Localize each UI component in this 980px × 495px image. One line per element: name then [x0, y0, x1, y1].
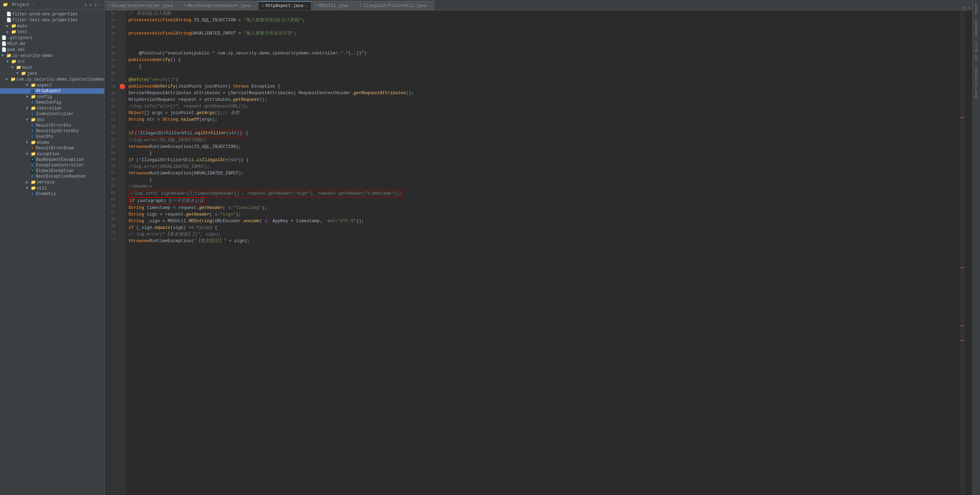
- right-tab-maven[interactable]: Maven: [974, 2, 979, 16]
- sidebar-item-httpaspect[interactable]: CHttpAspect: [0, 88, 104, 94]
- code-line-69[interactable]: if (_sign.equals(sign) == false) {: [129, 225, 969, 231]
- class-icon: C: [31, 175, 34, 179]
- code-line-66[interactable]: String timestamp = request.getHeader( s:…: [129, 205, 969, 211]
- sidebar-item-pomxml[interactable]: 📄pom.xml: [0, 47, 104, 53]
- code-line-56[interactable]: //log.error(IS_SQL_INJECTION);: [129, 137, 969, 144]
- code-content[interactable]: // 存在SQL注入风险 private static final String…: [126, 11, 972, 495]
- sidebar-item-exceptioncontroller[interactable]: CExceptionController: [0, 163, 104, 168]
- sidebar-item-java[interactable]: ▼ 📁java: [0, 70, 104, 76]
- tab-java-icon: C: [360, 4, 362, 8]
- code-line-48[interactable]: public void doVerify(JoinPoint joinPoint…: [129, 83, 969, 90]
- minimize-icon[interactable]: —: [99, 2, 102, 8]
- tab-java-icon: C: [315, 4, 317, 8]
- tree-item-label: enums: [37, 140, 49, 145]
- sidebar-item-main2[interactable]: ▼ 📁main: [0, 65, 104, 70]
- code-line-43[interactable]: @Pointcut("execution(public * com.zy.sec…: [129, 50, 969, 57]
- code-line-71[interactable]: throw new RuntimeException("【签名错误】" + si…: [129, 238, 969, 244]
- code-line-67[interactable]: String sign = request.getHeader( s: "sig…: [129, 211, 969, 218]
- code-line-45[interactable]: }: [129, 63, 969, 70]
- sidebar-item-package[interactable]: ▼ 📁com.zy.security.demo.zysecuritydemo: [0, 76, 104, 82]
- code-line-44[interactable]: public void verify() {: [129, 57, 969, 63]
- code-line-51[interactable]: //log.info("url={}", request.getRequestU…: [129, 103, 969, 110]
- tab-close-btn[interactable]: ✕: [429, 4, 431, 8]
- gutter-cell-37: [119, 11, 125, 17]
- code-line-60[interactable]: //log.error(UNVALIDATED_INPUT);: [129, 163, 969, 170]
- sidebar-item-resulterrordto[interactable]: CResultErrorDto: [0, 123, 104, 129]
- right-tab-bean-validation[interactable]: Bean Validation: [974, 64, 979, 100]
- sidebar-item-gitignore[interactable]: 📄.gitignore: [0, 35, 104, 41]
- sidebar-item-userdto[interactable]: CUserDto: [0, 134, 104, 140]
- folder-icon: ▼ 📁: [26, 117, 36, 122]
- code-line-49[interactable]: ServletRequestAttributes attributes = (S…: [129, 90, 969, 97]
- sidebar-item-democonfg[interactable]: CDemoConfig: [0, 100, 104, 105]
- code-line-65[interactable]: if (autograph) {//开启签名认证: [129, 197, 969, 205]
- exception-icon: +: [31, 158, 34, 162]
- sync-icon[interactable]: ⊕: [84, 2, 87, 8]
- code-line-54[interactable]: [129, 123, 969, 130]
- code-line-42[interactable]: [129, 44, 969, 50]
- code-line-70[interactable]: // log.error("【签名错误】{}", sign);: [129, 231, 969, 238]
- sidebar-item-zy-security-demo[interactable]: ▼ 📁zy-security-demo: [0, 53, 104, 59]
- code-line-58[interactable]: }: [129, 150, 969, 157]
- tab-close-btn[interactable]: ✕: [175, 4, 177, 8]
- sidebar-item-resultsyserrordto[interactable]: CResultSysErrorDto: [0, 129, 104, 134]
- sidebar-item-dto[interactable]: ▼ 📁dto: [0, 117, 104, 123]
- tab-rest-exception-handler[interactable]: CRestExceptionHandler.java✕: [181, 1, 259, 10]
- code-line-57[interactable]: throw new RuntimeException(IS_SQL_INJECT…: [129, 144, 969, 150]
- code-line-40[interactable]: private static final String UNVALIDATED_…: [129, 30, 969, 37]
- code-line-39[interactable]: [129, 24, 969, 30]
- code-line-38[interactable]: private static final String IS_SQL_INJEC…: [129, 17, 969, 24]
- tab-close-btn[interactable]: ✕: [305, 4, 307, 8]
- sidebar-item-globalexception[interactable]: +GlobalException: [0, 168, 104, 174]
- tab-illegalstrfilterutil[interactable]: CIllegalStrFilterUtil.java✕: [357, 1, 434, 10]
- sidebar-item-helpmd[interactable]: 📄HELP.md: [0, 41, 104, 47]
- sidebar-item-enums[interactable]: ▼ 📁enums: [0, 140, 104, 146]
- tree-item-label: GlobalException: [36, 168, 74, 173]
- tab-http-aspect[interactable]: CHttpAspect.java✕: [259, 1, 311, 10]
- sidebar-item-filter-test[interactable]: 📄filter-test-env.properties: [0, 17, 104, 23]
- gutter-cell-48[interactable]: 🔴: [119, 83, 125, 90]
- code-line-53[interactable]: String str = String.valueOf(args);: [129, 116, 969, 123]
- right-tab-ant-build[interactable]: Ant Build: [974, 40, 979, 63]
- minimap[interactable]: [961, 11, 965, 495]
- code-line-68[interactable]: String _sign = MD5Util.MD5string(URLEnco…: [129, 218, 969, 225]
- code-line-46[interactable]: [129, 70, 969, 77]
- line-number-57: 57: [105, 143, 117, 150]
- right-tab-database[interactable]: Database: [974, 17, 979, 38]
- sidebar-item-filter-prod[interactable]: 📄filter-prod-env.properties: [0, 11, 104, 17]
- code-line-41[interactable]: [129, 37, 969, 44]
- sidebar-item-controller[interactable]: ▼ 📁controller: [0, 105, 104, 111]
- sidebar-item-badrequestexception[interactable]: +BadRequestException: [0, 157, 104, 163]
- code-line-47[interactable]: @Before("verify()"): [129, 77, 969, 83]
- code-line-50[interactable]: HttpServletRequest request = attributes.…: [129, 97, 969, 103]
- collapse-icon[interactable]: ≑: [89, 2, 92, 8]
- code-line-61[interactable]: throw new RuntimeException(UNVALIDATED_I…: [129, 170, 969, 177]
- sidebar-item-exception[interactable]: ▼ 📁exception: [0, 151, 104, 157]
- sidebar-item-src[interactable]: ▼ 📁src: [0, 59, 104, 65]
- tab-exception-controller[interactable]: CExceptionController.java✕: [105, 1, 181, 10]
- sidebar-item-resulterrorenum[interactable]: EResultErrorEnum: [0, 146, 104, 151]
- code-line-37[interactable]: // 存在SQL注入风险: [129, 11, 969, 17]
- tab-md5util[interactable]: CMD5Util.java✕: [311, 1, 356, 10]
- tab-close-btn[interactable]: ✕: [253, 4, 255, 8]
- code-line-52[interactable]: Object[] args = joinPoint.getArgs();// 参…: [129, 110, 969, 116]
- tree-item-label: IndexController: [36, 112, 74, 116]
- code-line-55[interactable]: if (!IllegalStrFilterUtil.sqlStrFilter(s…: [129, 130, 969, 137]
- gutter-cell-63: [119, 183, 125, 189]
- sidebar-item-test[interactable]: ▶ 📁test: [0, 29, 104, 35]
- sidebar-item-config[interactable]: ▼ 📁config: [0, 94, 104, 100]
- gear-icon[interactable]: ⚙: [94, 2, 97, 8]
- code-line-59[interactable]: if (!IllegalStrFilterUtil.isIllegalStr(s…: [129, 157, 969, 163]
- sidebar-item-restexceptionhandler[interactable]: CRestExceptionHandler: [0, 174, 104, 179]
- tab-close-btn[interactable]: ✕: [350, 4, 353, 8]
- sidebar-item-enumutil[interactable]: CEnumUtil: [0, 191, 104, 197]
- code-line-63[interactable]: //Headers: [129, 184, 969, 190]
- sidebar-item-main[interactable]: ▶ 📁main: [0, 23, 104, 29]
- code-line-62[interactable]: }: [129, 177, 969, 184]
- code-line-64[interactable]: //log.info( signHeader{};timestampHeader…: [129, 190, 969, 197]
- sidebar-item-service[interactable]: ▶ 📁service: [0, 179, 104, 185]
- sidebar-item-aspect[interactable]: ▼ 📁aspect: [0, 82, 104, 88]
- split-icon[interactable]: ⊟ 4: [963, 6, 970, 10]
- sidebar-item-util[interactable]: ▼ 📁util: [0, 185, 104, 191]
- sidebar-item-indexcontroller[interactable]: CIndexController: [0, 111, 104, 117]
